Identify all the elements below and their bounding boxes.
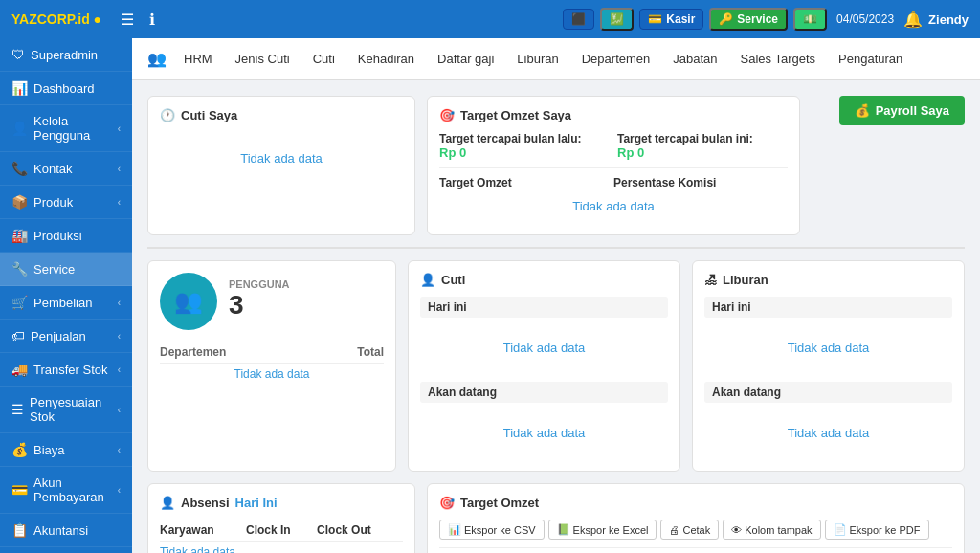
content-row-1: 🕐 Cuti Saya Tidak ada data 🎯 Target Omze… [147, 96, 965, 235]
liburan-icon: 🏖 [704, 273, 717, 287]
cuti-akan-datang-data: Tidak ada data [420, 407, 668, 459]
brand-logo[interactable]: YAZCORP.id ● [11, 11, 101, 27]
pdf-icon: 📄 [834, 523, 847, 536]
sidebar-item-kontak[interactable]: 📞 Kontak ‹ [0, 152, 132, 186]
sidebar-item-service[interactable]: 🔧 Service [0, 253, 132, 286]
sidebar: 🛡 Superadmin 📊 Dashboard 👤 Kelola Penggu… [0, 38, 132, 553]
nav-badge-icon2[interactable]: 💹 [600, 8, 634, 31]
nav-username[interactable]: Ziendy [928, 12, 969, 27]
print-icon: 🖨 [669, 524, 679, 536]
pengguna-total-header: Total [320, 342, 384, 364]
sidebar-item-transfer-stok[interactable]: 🚚 Transfer Stok ‹ [0, 353, 132, 387]
cetak-button[interactable]: 🖨 Cetak [660, 520, 719, 540]
money-badge[interactable]: 💵 [793, 8, 827, 31]
content-row-2: 👥 PENGGUNA 3 Departemen Total [147, 260, 965, 472]
sidebar-item-superadmin[interactable]: 🛡 Superadmin [0, 38, 132, 72]
service-nav-icon: 🔧 [11, 261, 28, 276]
target-omzet-bottom-card: 🎯 Target Omzet 📊 Ekspor ke CSV 📗 Ekspor … [427, 483, 965, 553]
export-csv-button[interactable]: 📊 Ekspor ke CSV [439, 520, 545, 540]
service-label: Service [737, 12, 778, 26]
target-omzet-icon: 🎯 [439, 108, 455, 122]
service-icon: 🔑 [719, 12, 733, 26]
sidebar-item-penyesuaian-stok[interactable]: ☰ Penyesuaian Stok ‹ [0, 387, 132, 433]
arrow-icon: ‹ [118, 123, 121, 134]
liburan-akan-datang-data: Tidak ada data [704, 407, 952, 459]
sidebar-item-produksi[interactable]: 🏭 Produksi [0, 219, 132, 253]
sidebar-label-kontak: Kontak [33, 162, 112, 176]
adjust-icon: ☰ [11, 402, 24, 417]
kasir-badge[interactable]: 💳 🕐 Kasir [639, 9, 703, 30]
subnav-hrm[interactable]: HRM [174, 46, 222, 72]
absensi-clock-out-header: Clock Out [317, 520, 403, 542]
absensi-karyawan-header: Karyawan [160, 520, 246, 542]
sidebar-label-produksi: Produksi [33, 229, 121, 243]
sidebar-label-akun: Akun Pembayaran [33, 476, 112, 504]
pengguna-header: 👥 PENGGUNA 3 [160, 273, 384, 334]
target-grid: Target tercapai bulan lalu: Rp 0 Target … [439, 132, 788, 160]
sidebar-item-kelola-pengguna[interactable]: 👤 Kelola Pengguna ‹ [0, 105, 132, 152]
arrow-icon-5: ‹ [118, 331, 121, 342]
subnav-pengaturan[interactable]: Pengaturan [829, 46, 912, 72]
subnav-daftar-gaji[interactable]: Daftar gaji [428, 46, 503, 72]
subnav-cuti[interactable]: Cuti [303, 46, 345, 72]
arrow-icon-2: ‹ [118, 164, 121, 174]
product-icon: 📦 [11, 194, 28, 210]
cuti-saya-card: 🕐 Cuti Saya Tidak ada data [147, 96, 415, 235]
export-pdf-button[interactable]: 📄 Ekspor ke PDF [825, 520, 929, 540]
sidebar-item-dashboard[interactable]: 📊 Dashboard [0, 72, 132, 105]
arrow-icon-4: ‹ [118, 298, 121, 308]
info-icon[interactable]: ℹ [145, 9, 159, 31]
sidebar-label-penyesuaian: Penyesuaian Stok [30, 395, 112, 424]
sidebar-item-biaya[interactable]: 💰 Biaya ‹ [0, 433, 132, 467]
user-manage-icon: 👤 [11, 121, 28, 136]
page-content: 🕐 Cuti Saya Tidak ada data 🎯 Target Omze… [132, 80, 980, 553]
liburan-hari-ini-label: Hari ini [704, 297, 952, 318]
subnav-sales-targets[interactable]: Sales Targets [731, 46, 826, 72]
table-row: Tidak ada data [160, 364, 384, 386]
sidebar-label-service: Service [33, 262, 121, 276]
target-omzet-bottom-icon: 🎯 [439, 496, 455, 510]
nav-badge-icon1[interactable]: ⬛ [563, 9, 594, 30]
payroll-column: 💰 Payroll Saya [812, 96, 965, 235]
dashboard-icon: 📊 [11, 80, 28, 96]
sidebar-label-kelola: Kelola Pengguna [33, 114, 112, 143]
payroll-button[interactable]: 💰 Payroll Saya [839, 96, 965, 125]
arrow-icon-7: ‹ [118, 405, 121, 415]
subnav-jabatan[interactable]: Jabatan [663, 46, 726, 72]
sidebar-item-akun-pembayaran[interactable]: 💳 Akun Pembayaran ‹ [0, 467, 132, 514]
nav-actions: ⬛ 💹 💳 🕐 Kasir 🔑 Service 💵 04/05/2023 🔔 Z… [563, 8, 969, 31]
superadmin-icon: 🛡 [11, 47, 25, 62]
pengguna-dept-header: Departemen [160, 342, 320, 364]
transfer-icon: 🚚 [11, 362, 28, 377]
content-row-3: 👤 Absensi Hari Ini Karyawan Clock In Clo… [147, 483, 965, 553]
arrow-icon-8: ‹ [118, 445, 121, 455]
subnav-departemen[interactable]: Departemen [572, 46, 660, 72]
sidebar-item-produk[interactable]: 📦 Produk ‹ [0, 186, 132, 219]
menu-icon[interactable]: ☰ [117, 9, 138, 31]
sidebar-item-penjualan[interactable]: 🏷 Penjualan ‹ [0, 320, 132, 353]
cuti-icon: 👤 [420, 273, 435, 287]
kolom-tampak-button[interactable]: 👁 Kolom tampak [723, 520, 820, 540]
sidebar-item-akuntansi[interactable]: 📋 Akuntansi [0, 514, 132, 547]
cuti-saya-no-data: Tidak ada data [160, 132, 403, 185]
service-badge[interactable]: 🔑 Service [709, 8, 788, 31]
export-excel-button[interactable]: 📗 Ekspor ke Excel [548, 520, 657, 540]
target-no-data: Tidak ada data [439, 189, 788, 223]
cuti-saya-title: 🕐 Cuti Saya [160, 108, 403, 122]
cuti-card: 👤 Cuti Hari ini Tidak ada data Akan data… [408, 260, 680, 472]
sidebar-item-pembelian[interactable]: 🛒 Pembelian ‹ [0, 286, 132, 320]
bell-icon[interactable]: 🔔 [903, 11, 923, 29]
subnav-kehadiran[interactable]: Kehadiran [348, 46, 424, 72]
sidebar-label-pembelian: Pembelian [33, 296, 112, 310]
cuti-hari-ini-data: Tidak ada data [420, 321, 668, 374]
bottom-table-header: 👤 Pengguna Target tercapai bulan lalu ⇅ … [439, 547, 952, 553]
top-navigation: YAZCORP.id ● ☰ ℹ ⬛ 💹 💳 🕐 Kasir 🔑 Service… [0, 0, 980, 38]
sales-icon: 🏷 [11, 328, 25, 343]
subnav-jenis-cuti[interactable]: Jenis Cuti [226, 46, 300, 72]
subnav-liburan[interactable]: Liburan [507, 46, 568, 72]
target-footer: Target Omzet Persentase Komisi [439, 167, 788, 189]
contact-icon: 📞 [11, 161, 28, 176]
cuti-title: 👤 Cuti [420, 273, 668, 287]
liburan-hari-ini-data: Tidak ada data [704, 321, 952, 374]
sidebar-item-laporan[interactable]: 📈 Laporan ‹ [0, 547, 132, 553]
